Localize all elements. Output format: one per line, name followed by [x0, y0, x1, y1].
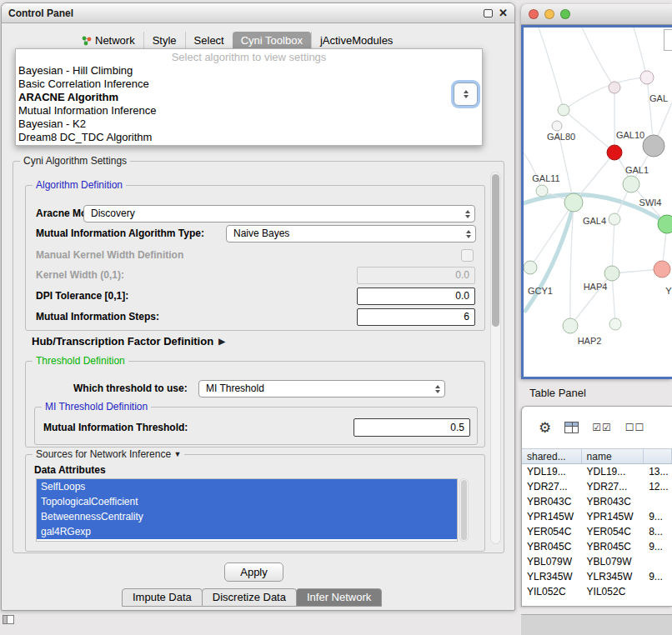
bottom-tab-discretize-data[interactable]: Discretize Data [202, 588, 297, 607]
network-node[interactable] [564, 193, 583, 212]
network-node[interactable] [609, 213, 620, 225]
combo-arrows-icon [465, 210, 470, 218]
table-cell: YPR145W [582, 509, 644, 524]
kernel-width-field[interactable]: 0.0 [357, 267, 475, 284]
algorithm-option[interactable]: Dream8 DC_TDC Algorithm [16, 131, 482, 144]
mi-threshold-field[interactable]: 0.5 [354, 418, 470, 437]
table-cell: YBL079W [582, 554, 644, 569]
attribute-item[interactable]: gal4RGexp [37, 524, 457, 539]
network-node[interactable] [563, 318, 578, 333]
table-panel-title: Table Panel [529, 387, 586, 399]
table-row[interactable]: YIL052CYIL052C [522, 584, 672, 599]
network-node[interactable] [609, 82, 620, 93]
table-row[interactable]: YDR27...YDR27...12... [522, 479, 672, 494]
table-row[interactable]: YBR043CYBR043C [522, 494, 672, 509]
data-attributes-list[interactable]: SelfLoopsTopologicalCoefficientBetweenne… [36, 478, 458, 542]
attributes-scrollbar-thumb[interactable] [461, 480, 467, 540]
zoom-traffic-light[interactable] [560, 9, 570, 19]
mi-algorithm-type-select[interactable]: Naive Bayes [226, 225, 476, 242]
birdseye-overlay[interactable] [664, 29, 672, 51]
settings-scrollbar-thumb[interactable] [492, 174, 499, 327]
network-node[interactable] [643, 135, 664, 157]
node-label: GAL10 [616, 130, 644, 140]
algorithm-option[interactable]: Basic Correlation Inference [16, 78, 482, 91]
table-row[interactable]: YBR045CYBR045C9... [522, 539, 672, 554]
algorithm-option[interactable]: Mutual Information Inference [16, 104, 482, 118]
attribute-item[interactable]: SelfLoops [37, 479, 457, 494]
table-row[interactable]: YBL079WYBL079W [522, 554, 672, 569]
network-node[interactable] [536, 185, 548, 197]
tab-label: Cyni Toolbox [241, 34, 303, 47]
deselect-all-icon[interactable]: ☐☐ [625, 422, 645, 433]
column-header[interactable]: shared... [522, 449, 582, 463]
settings-scrollbar[interactable] [490, 172, 501, 544]
minimized-panel-icon[interactable] [3, 615, 14, 624]
table-row[interactable]: YER054CYER054C8... [522, 524, 672, 539]
manual-kernel-width-checkbox[interactable] [461, 249, 474, 262]
network-edge[interactable] [612, 219, 614, 273]
expand-right-icon[interactable]: ▶ [218, 337, 225, 346]
network-node[interactable] [607, 145, 622, 160]
table-cell: YIL052C [582, 584, 644, 599]
attribute-item[interactable]: TopologicalCoefficient [37, 494, 457, 509]
sources-legend[interactable]: Sources for Network Inference ▼ [33, 448, 184, 460]
network-node[interactable] [552, 121, 562, 131]
network-node[interactable] [609, 318, 621, 330]
combo-arrows-icon [466, 230, 471, 238]
network-node[interactable] [654, 261, 670, 278]
table-cell: YBR045C [582, 539, 644, 554]
attributes-scrollbar[interactable] [459, 478, 469, 542]
dpi-tolerance-field[interactable]: 0.0 [357, 288, 475, 305]
column-header[interactable]: name [582, 449, 644, 463]
network-node[interactable] [558, 104, 569, 116]
network-node[interactable] [658, 215, 672, 233]
network-node[interactable] [640, 71, 654, 84]
network-edge[interactable] [539, 28, 564, 110]
network-canvas[interactable]: GALGAL80GAL10GAL11GAL1SWI4GAL4GCY1HAP4HA… [521, 25, 672, 379]
which-threshold-label: Which threshold to use: [73, 380, 188, 398]
network-edge[interactable] [634, 28, 647, 78]
network-edge[interactable] [530, 202, 574, 268]
bottom-tab-impute-data[interactable]: Impute Data [122, 588, 203, 607]
table-row[interactable]: YDL19...YDL19...13... [522, 464, 672, 479]
table-cell: 9... [644, 569, 672, 584]
algorithm-combo-stepper[interactable] [454, 82, 478, 106]
close-panel-button[interactable]: ✕ [499, 8, 508, 18]
gear-icon[interactable]: ⚙ [539, 419, 551, 437]
network-node[interactable] [604, 266, 619, 281]
network-edge[interactable] [564, 78, 647, 110]
algorithm-option[interactable]: Bayesian - K2 [16, 118, 482, 131]
column-header[interactable] [644, 449, 672, 463]
table-cell [644, 584, 672, 599]
network-node[interactable] [623, 176, 639, 192]
network-edge[interactable] [582, 28, 614, 88]
algorithm-option[interactable]: Bayesian - Hill Climbing [16, 64, 482, 78]
which-threshold-select[interactable]: MI Threshold [198, 380, 445, 398]
bottom-tab-infer-network[interactable]: Infer Network [296, 588, 382, 607]
apply-button[interactable]: Apply [224, 562, 283, 582]
columns-icon[interactable] [564, 422, 579, 433]
tab-cyni-toolbox[interactable]: Cyni Toolbox [233, 32, 311, 50]
network-node[interactable] [524, 261, 537, 274]
minimize-traffic-light[interactable] [544, 9, 554, 19]
cyni-algorithm-settings-group: Cyni Algorithm Settings Algorithm Defini… [13, 161, 504, 553]
attribute-item[interactable]: BetweennessCentrality [37, 509, 457, 524]
aracne-mode-select[interactable]: Discovery [83, 205, 475, 222]
table-row[interactable]: YPR145WYPR145W9... [522, 509, 672, 524]
network-graph[interactable]: GALGAL80GAL10GAL11GAL1SWI4GAL4GCY1HAP4HA… [524, 28, 672, 378]
tab-style[interactable]: Style [143, 32, 185, 50]
table-cell: YBR043C [582, 494, 644, 509]
float-panel-button[interactable] [484, 9, 493, 18]
network-edge[interactable] [524, 152, 542, 191]
table-body: YDL19...YDL19...13...YDR27...YDR27...12.… [522, 464, 672, 599]
table-row[interactable]: YLR345WYLR345W9... [522, 569, 672, 584]
algorithm-option[interactable]: ARACNE Algorithm [16, 91, 482, 104]
tab-network[interactable]: Network [73, 32, 143, 50]
mi-steps-field[interactable]: 6 [357, 308, 475, 326]
tab-jactivemodules[interactable]: jActiveModules [311, 32, 401, 50]
close-traffic-light[interactable] [529, 9, 539, 19]
collapse-down-icon[interactable]: ▼ [173, 450, 181, 458]
select-all-icon[interactable]: ☑☑ [592, 422, 612, 433]
hub-transcription-factor-section[interactable]: Hub/Transcription Factor Definition▶ [32, 335, 225, 348]
tab-select[interactable]: Select [185, 32, 233, 50]
